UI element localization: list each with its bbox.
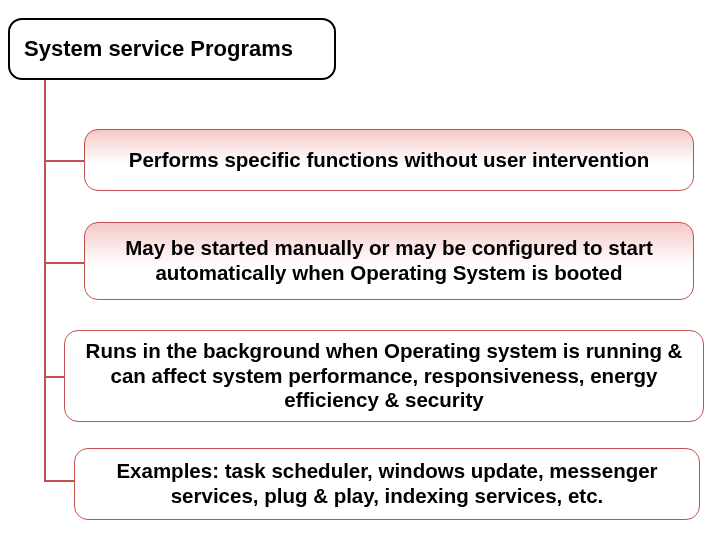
- branch-line: [44, 262, 84, 264]
- item-node-2: May be started manually or may be config…: [84, 222, 694, 300]
- item-node-4: Examples: task scheduler, windows update…: [74, 448, 700, 520]
- branch-line: [44, 480, 74, 482]
- tree-trunk-line: [44, 80, 46, 480]
- item-text: Performs specific functions without user…: [129, 148, 650, 173]
- branch-line: [44, 160, 84, 162]
- item-node-3: Runs in the background when Operating sy…: [64, 330, 704, 422]
- item-text: Examples: task scheduler, windows update…: [93, 459, 681, 508]
- item-text: May be started manually or may be config…: [103, 236, 675, 285]
- branch-line: [44, 376, 64, 378]
- item-text: Runs in the background when Operating sy…: [83, 339, 685, 413]
- item-node-1: Performs specific functions without user…: [84, 129, 694, 191]
- header-node: System service Programs: [8, 18, 336, 80]
- header-title: System service Programs: [24, 36, 293, 62]
